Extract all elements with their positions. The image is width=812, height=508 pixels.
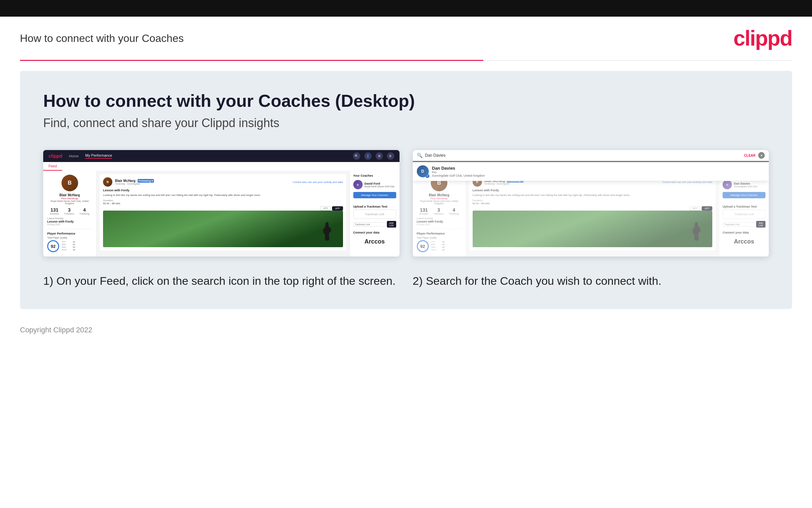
trackman-input-row-2: Add Link <box>723 221 765 227</box>
coach-info-2: Dan Davies Sunningdale Golf Club <box>734 182 757 187</box>
section-title: How to connect with your Coaches (Deskto… <box>43 91 769 111</box>
stat-ott-1: OTT 90 <box>62 241 75 243</box>
search-result-item-2[interactable]: D ✓ Dan Davies Pro Sunningdale Golf Club… <box>417 165 765 177</box>
stat-arg-1: ARG 86 <box>62 246 75 248</box>
stats-row-2: 131 Activities 3 Followers 4 Following <box>417 207 462 215</box>
activities-stat-2: 131 Activities <box>419 207 428 215</box>
left-panel-2: B Blair McHarg Plus Handicap Royal North… <box>413 171 466 256</box>
stat-putt-1: PUTT 96 <box>62 249 75 251</box>
stat-ott-2: OTT 90 <box>431 241 445 243</box>
section-subtitle: Find, connect and share your Clippd insi… <box>43 116 769 130</box>
search-close-btn-2[interactable]: ✕ <box>758 152 765 159</box>
following-stat-2: 4 Following <box>449 207 459 215</box>
perf-subtitle-1: Total Player Quality <box>47 237 92 239</box>
nav-myperformance-1[interactable]: My Performance <box>85 153 112 159</box>
right-panel-2: Your Coaches D Dan Davies Sunningdale Go… <box>719 171 769 256</box>
feed-duration-1: Duration 01 hr : 30 min <box>103 199 343 205</box>
feed-card-title-2: Lesson with Fordy <box>473 188 713 192</box>
trackman-input-row-1: Add Link <box>353 221 396 227</box>
trackman-title-1: Upload a Trackman Test <box>353 205 396 208</box>
followers-stat-2: 3 Followers <box>434 207 444 215</box>
trackman-title-2: Upload a Trackman Test <box>723 205 765 208</box>
feed-card-header-1: B Blair McHarg Following ▾ Yesterday · S… <box>103 177 343 186</box>
center-panel-1: B Blair McHarg Following ▾ Yesterday · S… <box>96 171 350 256</box>
stat-putt-2: PUTT 96 <box>431 249 445 251</box>
connect-section-1: Connect your data Arccos <box>353 231 396 248</box>
trackman-input-2 <box>723 222 755 226</box>
off-btn-1[interactable]: OTT <box>320 206 331 211</box>
app-nav-1: clippd Home My Performance 🔍 👤 ⚙ B <box>43 150 399 162</box>
coach-name-2: Dan Davies <box>734 182 757 185</box>
user-avatar-nav-1[interactable]: B <box>387 153 394 160</box>
stat-app-1: APP 85 <box>62 244 75 246</box>
stat-app-2: APP 85 <box>431 244 445 246</box>
search-overlay-2: 🔍 CLEAR ✕ D ✓ Dan Davies Pro <box>413 150 769 256</box>
coach-name-1: David Ford <box>365 182 394 185</box>
perf-title-1: Player Performance <box>47 232 92 235</box>
arccos-logo-1: Arccos <box>353 236 396 248</box>
activity-date-1: 03 Aug 2022 <box>47 223 92 225</box>
feed-user-info-1: B Blair McHarg Following ▾ Yesterday · S… <box>103 177 154 186</box>
app-btn-2: APP <box>702 206 712 211</box>
feed-card-1: B Blair McHarg Following ▾ Yesterday · S… <box>100 174 346 251</box>
app-btn-1[interactable]: APP <box>332 206 343 211</box>
feed-image-2 <box>473 211 713 247</box>
step-panel-1: 1) On your Feed, click on the search ico… <box>43 273 399 289</box>
trackman-section-2: Upload a Trackman Test Trackman Link Add… <box>723 205 765 227</box>
player-perf-2: Player Performance Total Player Quality … <box>417 229 462 252</box>
stats-row-1: 131 Activities 3 Followers 4 Following <box>47 207 92 215</box>
nav-home-1[interactable]: Home <box>69 154 79 158</box>
trackman-box-2: Trackman Link <box>723 210 765 219</box>
feed-btn-row-2: OTT APP <box>473 206 713 211</box>
search-clear-btn-2[interactable]: CLEAR <box>744 154 756 157</box>
feed-card-text-1: Looking to feel like my hands are exitin… <box>103 193 343 197</box>
search-input-2[interactable] <box>425 153 742 158</box>
feed-image-inner-2 <box>473 211 713 247</box>
activity-date-2: 03 Aug 2022 <box>417 223 462 225</box>
screenshots-row: clippd Home My Performance 🔍 👤 ⚙ B Feed <box>43 150 769 256</box>
nav-logo-1: clippd <box>49 153 62 159</box>
feed-user-sub-2: Yesterday · Sunningdale <box>485 183 524 185</box>
golfer-silhouette-1 <box>322 222 333 241</box>
feed-image-inner-1 <box>103 211 343 247</box>
screenshot-panel-1: clippd Home My Performance 🔍 👤 ⚙ B Feed <box>43 150 399 256</box>
coach-item-1: D David Ford Royal North Devon Golf Club <box>353 180 396 189</box>
app-ui-1: clippd Home My Performance 🔍 👤 ⚙ B Feed <box>43 150 399 256</box>
center-panel-2: B Blair McHarg Following ▾ Yesterday · S… <box>466 171 719 256</box>
search-result-role-2: Pro <box>432 171 485 174</box>
feed-user-details-1: Blair McHarg Following ▾ Yesterday · Sun… <box>115 179 154 185</box>
coach-avatar-1: D <box>353 180 363 189</box>
score-circle-2: 92 <box>417 240 429 252</box>
feed-btn-row-1: OTT APP <box>103 206 343 211</box>
arccos-logo-2: Arccos <box>723 236 765 248</box>
profile-avatar-1: B <box>61 175 78 191</box>
feed-card-title-1: Lesson with Fordy <box>103 188 343 192</box>
followers-stat-1: 3 Followers <box>64 207 75 215</box>
settings-icon-1[interactable]: ⚙ <box>376 153 383 160</box>
player-perf-1: Player Performance Total Player Quality … <box>47 229 92 252</box>
search-result-info-2: Dan Davies Pro Sunningdale Golf Club, Un… <box>432 166 485 177</box>
profile-name-2: Blair McHarg <box>417 193 462 197</box>
page-title: How to connect with your Coaches <box>20 32 184 45</box>
profile-handicap-2: Plus Handicap <box>417 197 462 200</box>
person-icon-1[interactable]: 👤 <box>364 153 372 160</box>
latest-activity-label-1: Latest Activity <box>47 217 92 220</box>
footer: Copyright Clippd 2022 <box>0 319 812 341</box>
manage-coaches-btn-2: Manage Your Coaches <box>723 192 765 198</box>
steps-row: 1) On your Feed, click on the search ico… <box>43 273 769 289</box>
search-icon-1[interactable]: 🔍 <box>353 153 360 160</box>
right-panel-1: Your Coaches D David Ford Royal North De… <box>350 171 399 256</box>
main-content: How to connect with your Coaches (Deskto… <box>20 71 792 309</box>
following-badge-1: Following ▾ <box>138 179 154 183</box>
stat-arg-2: ARG 86 <box>431 246 445 248</box>
feed-card-2: B Blair McHarg Following ▾ Yesterday · S… <box>469 174 716 251</box>
manage-coaches-btn-1[interactable]: Manage Your Coaches <box>353 192 396 198</box>
off-btn-2: OTT <box>690 206 700 211</box>
feed-tab-1[interactable]: Feed <box>43 162 399 171</box>
trackman-input-1[interactable] <box>353 222 386 226</box>
search-result-club-2: Sunningdale Golf Club, United Kingdom <box>432 174 485 177</box>
add-link-btn-1[interactable]: Add Link <box>387 221 396 227</box>
feed-control-link-1[interactable]: Control who can see your activity and da… <box>293 181 343 184</box>
feed-image-1 <box>103 211 343 247</box>
activity-name-2: Lesson with Fordy <box>417 220 462 223</box>
